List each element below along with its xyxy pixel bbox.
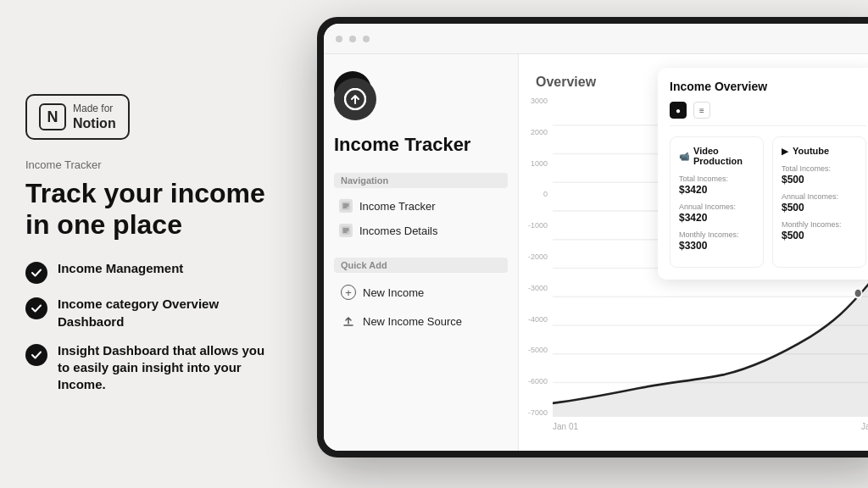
stat-label-total-video: Total Incomes: bbox=[679, 175, 754, 183]
right-panel: Income Tracker Navigation Income Tracker bbox=[305, 0, 868, 488]
tab-dot-2 bbox=[349, 36, 356, 42]
stat-label-annual-youtube: Annual Incomes: bbox=[782, 192, 857, 201]
check-icon-1 bbox=[25, 262, 47, 284]
nav-icon-2 bbox=[339, 224, 353, 237]
check-icon-3 bbox=[25, 344, 47, 366]
y-label-n6000: -6000 bbox=[528, 377, 548, 385]
feature-text-1: Income Management bbox=[58, 260, 183, 277]
badge-text: Made for Notion bbox=[73, 103, 116, 131]
nav-item-incomes-details[interactable]: Incomes Details bbox=[334, 219, 508, 241]
stat-value-monthly-video: $3300 bbox=[679, 240, 754, 252]
stat-label-annual-video: Annual Incomes: bbox=[679, 202, 754, 211]
stat-label-monthly-youtube: Monthly Incomes: bbox=[782, 220, 857, 229]
nav-label-1: Income Tracker bbox=[359, 200, 436, 213]
headline-line1: Track your income bbox=[25, 178, 265, 208]
tablet-sidebar: Income Tracker Navigation Income Tracker bbox=[324, 54, 519, 451]
stat-total-video: Total Incomes: $3420 bbox=[679, 175, 754, 196]
nav-icon-1 bbox=[339, 199, 353, 213]
col-header-video: 📹 Video Production bbox=[679, 146, 754, 166]
feature-item-2: Income category Overview Dashbaord bbox=[25, 296, 280, 330]
y-label-n4000: -4000 bbox=[528, 315, 548, 324]
notion-logo-icon: N bbox=[39, 103, 66, 130]
new-income-label: New Income bbox=[363, 286, 424, 299]
feature-text-2: Income category Overview Dashbaord bbox=[58, 296, 280, 330]
chart-yaxis: 3000 2000 1000 0 -1000 -2000 -3000 -4000… bbox=[519, 97, 553, 417]
stat-value-monthly-youtube: $500 bbox=[782, 230, 857, 241]
x-label-jan08: Jan 08 bbox=[861, 422, 868, 431]
x-label-jan01: Jan 01 bbox=[553, 422, 578, 431]
video-icon: 📹 bbox=[679, 152, 689, 161]
col-title-youtube: Youtube bbox=[793, 146, 829, 156]
tablet-inner: Income Tracker Navigation Income Tracker bbox=[324, 24, 868, 451]
quick-add-label: Quick Add bbox=[334, 258, 508, 273]
y-label-n2000: -2000 bbox=[528, 252, 548, 261]
new-income-source-label: New Income Source bbox=[363, 315, 462, 328]
feature-item-1: Income Management bbox=[25, 260, 280, 284]
made-for-label: Made for bbox=[73, 103, 116, 114]
product-label: Income Tracker bbox=[25, 158, 280, 171]
headline: Track your income in one place bbox=[25, 178, 280, 241]
y-label-1000: 1000 bbox=[531, 159, 548, 168]
check-icon-2 bbox=[25, 297, 47, 319]
stat-monthly-youtube: Monthly Incomes: $500 bbox=[782, 220, 857, 241]
nav-section: Navigation Income Tracker bbox=[334, 173, 508, 244]
new-income-source-button[interactable]: New Income Source bbox=[334, 308, 508, 334]
sidebar-page-title: Income Tracker bbox=[334, 134, 508, 156]
y-label-0: 0 bbox=[543, 190, 548, 198]
card-tab-circle[interactable]: ● bbox=[670, 102, 687, 119]
upload-icon bbox=[341, 313, 356, 329]
col-header-youtube: ▶ Youtube bbox=[782, 146, 857, 156]
chart-xaxis: Jan 01 Jan 08 bbox=[553, 417, 868, 451]
y-label-n1000: -1000 bbox=[528, 221, 548, 230]
card-column-youtube: ▶ Youtube Total Incomes: $500 Annual Inc… bbox=[772, 136, 866, 268]
plus-circle-icon: + bbox=[341, 285, 356, 300]
tablet-topbar bbox=[324, 24, 868, 54]
y-label-2000: 2000 bbox=[531, 128, 548, 136]
card-title: Income Overview bbox=[670, 80, 866, 93]
stat-value-total-youtube: $500 bbox=[782, 174, 857, 186]
youtube-icon: ▶ bbox=[782, 147, 788, 156]
feature-text-3: Insight Dashboard that allows you to eas… bbox=[58, 342, 280, 394]
stat-total-youtube: Total Incomes: $500 bbox=[782, 164, 857, 186]
stat-label-total-youtube: Total Incomes: bbox=[782, 164, 857, 173]
svg-point-14 bbox=[854, 289, 862, 298]
quick-add-section: Quick Add + New Income bbox=[334, 258, 508, 337]
stat-label-monthly-video: Monthly Incomes: bbox=[679, 230, 754, 239]
notion-badge: N Made for Notion bbox=[25, 94, 130, 140]
col-title-video: Video Production bbox=[693, 146, 754, 166]
overview-label: Overview bbox=[536, 75, 596, 90]
y-label-n3000: -3000 bbox=[528, 284, 548, 292]
card-tab-list[interactable]: ≡ bbox=[693, 102, 710, 119]
tablet-mockup: Income Tracker Navigation Income Tracker bbox=[317, 17, 868, 458]
stat-annual-youtube: Annual Incomes: $500 bbox=[782, 192, 857, 214]
stat-value-annual-video: $3420 bbox=[679, 212, 754, 224]
features-list: Income Management Income category Overvi… bbox=[25, 260, 280, 393]
stat-monthly-video: Monthly Incomes: $3300 bbox=[679, 230, 754, 252]
headline-line2: in one place bbox=[25, 209, 182, 240]
new-income-button[interactable]: + New Income bbox=[334, 280, 508, 305]
tab-dot-3 bbox=[363, 36, 370, 42]
navigation-label: Navigation bbox=[334, 173, 508, 188]
stat-value-total-video: $3420 bbox=[679, 184, 754, 196]
stat-value-annual-youtube: $500 bbox=[782, 202, 857, 214]
left-panel: N Made for Notion Income Tracker Track y… bbox=[0, 0, 305, 488]
tablet-content: Income Tracker Navigation Income Tracker bbox=[324, 54, 868, 451]
nav-item-income-tracker[interactable]: Income Tracker bbox=[334, 195, 508, 217]
income-overview-card: Income Overview ● ≡ 📹 Video Production bbox=[658, 68, 868, 280]
y-label-n7000: -7000 bbox=[528, 408, 548, 417]
tablet-main: Overview 3000 2000 1000 0 -1000 -2000 -3… bbox=[519, 54, 868, 451]
y-label-n5000: -5000 bbox=[528, 346, 548, 354]
stat-annual-video: Annual Incomes: $3420 bbox=[679, 202, 754, 224]
card-column-video: 📹 Video Production Total Incomes: $3420 … bbox=[670, 136, 764, 268]
card-columns: 📹 Video Production Total Incomes: $3420 … bbox=[670, 136, 866, 268]
nav-label-2: Incomes Details bbox=[359, 225, 437, 237]
feature-item-3: Insight Dashboard that allows you to eas… bbox=[25, 342, 280, 394]
y-label-3000: 3000 bbox=[531, 97, 548, 105]
card-tabs: ● ≡ bbox=[670, 102, 866, 126]
notion-word-label: Notion bbox=[73, 115, 116, 131]
tab-dot-1 bbox=[336, 36, 342, 42]
